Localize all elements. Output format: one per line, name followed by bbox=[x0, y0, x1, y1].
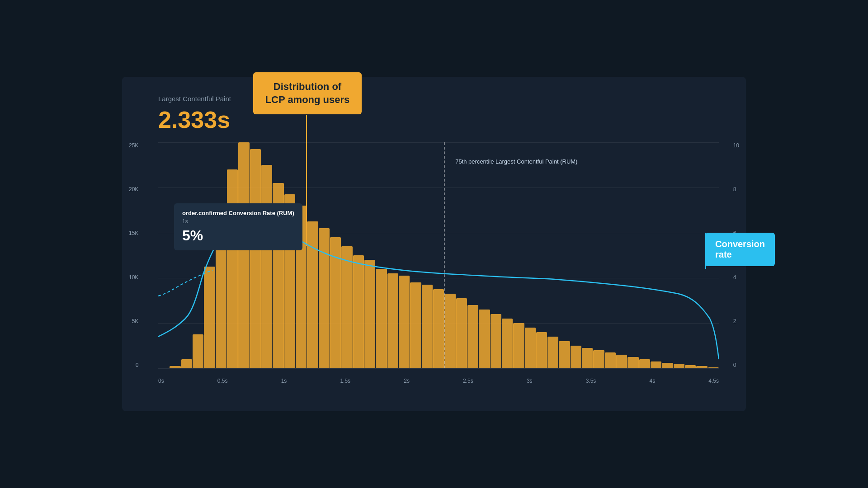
chart-container: Largest Contentful Paint 2.333s Distribu… bbox=[122, 77, 746, 411]
x-0s: 0s bbox=[158, 378, 164, 384]
bar-18 bbox=[364, 260, 375, 368]
y-left-25k: 25K bbox=[129, 142, 138, 149]
bar-17 bbox=[353, 255, 364, 368]
bar-25 bbox=[444, 294, 455, 368]
bar-16 bbox=[341, 246, 352, 368]
bar-30 bbox=[502, 319, 513, 368]
bar-21 bbox=[399, 276, 410, 368]
bar-45 bbox=[674, 364, 684, 368]
conversion-rate-label: Conversion rate bbox=[715, 239, 765, 259]
bar-46 bbox=[685, 365, 696, 369]
bar-6 bbox=[227, 169, 238, 368]
bar-13 bbox=[307, 221, 318, 368]
bar-24 bbox=[433, 289, 444, 368]
x-0.5s: 0.5s bbox=[217, 378, 228, 384]
bar-2 bbox=[181, 359, 192, 368]
bar-43 bbox=[651, 361, 661, 368]
conversion-rate-tooltip-line bbox=[705, 233, 706, 269]
y-left-5k: 5K bbox=[132, 318, 139, 324]
bar-3 bbox=[193, 334, 203, 368]
x-1.5s: 1.5s bbox=[340, 378, 350, 384]
bars-container bbox=[158, 142, 719, 368]
bar-1 bbox=[170, 366, 180, 368]
hover-tooltip: order.confirmed Conversion Rate (RUM) 1s… bbox=[174, 203, 302, 250]
bar-7 bbox=[238, 142, 249, 368]
hover-tooltip-value: 5% bbox=[182, 227, 294, 244]
bar-20 bbox=[387, 273, 398, 368]
x-4s: 4s bbox=[650, 378, 656, 384]
grid-line-5 bbox=[158, 368, 719, 369]
tooltip-distribution: Distribution of LCP among users bbox=[253, 72, 362, 114]
bar-23 bbox=[422, 285, 433, 368]
y-right-2: 2 bbox=[733, 318, 736, 324]
bar-42 bbox=[639, 359, 650, 368]
bar-19 bbox=[376, 269, 387, 368]
bar-9 bbox=[261, 165, 272, 368]
x-4.5s: 4.5s bbox=[708, 378, 719, 384]
bar-38 bbox=[593, 350, 604, 368]
y-left-0: 0 bbox=[136, 362, 139, 368]
bar-47 bbox=[696, 366, 707, 368]
bar-8 bbox=[250, 149, 261, 368]
bar-44 bbox=[662, 363, 673, 369]
y-axis-left: 25K 20K 15K 10K 5K 0 bbox=[129, 142, 138, 368]
bar-15 bbox=[330, 237, 341, 368]
bar-14 bbox=[319, 228, 330, 368]
tooltip-distribution-text: Distribution of LCP among users bbox=[263, 80, 352, 106]
hover-tooltip-title: order.confirmed Conversion Rate (RUM) bbox=[182, 210, 294, 216]
percentile-label: 75th percentile Largest Contentful Paint… bbox=[455, 158, 577, 165]
x-3s: 3s bbox=[527, 378, 533, 384]
bar-41 bbox=[627, 357, 638, 368]
y-left-10k: 10K bbox=[129, 274, 138, 281]
bar-35 bbox=[559, 341, 570, 368]
chart-title: Largest Contentful Paint bbox=[158, 95, 719, 103]
y-right-10: 10 bbox=[733, 142, 739, 149]
conversion-rate-tooltip-box: Conversion rate bbox=[705, 233, 775, 266]
x-1s: 1s bbox=[281, 378, 287, 384]
x-axis: 0s 0.5s 1s 1.5s 2s 2.5s 3s 3.5s 4s 4.5s bbox=[158, 378, 719, 384]
bar-22 bbox=[410, 282, 421, 368]
bar-27 bbox=[467, 305, 478, 368]
chart-value: 2.333s bbox=[158, 106, 719, 133]
bar-48 bbox=[708, 367, 719, 369]
bar-33 bbox=[536, 332, 547, 368]
y-left-20k: 20K bbox=[129, 186, 138, 192]
bar-34 bbox=[547, 337, 558, 368]
bar-28 bbox=[479, 310, 490, 368]
bar-31 bbox=[513, 323, 524, 368]
y-left-15k: 15K bbox=[129, 230, 138, 236]
percentile-line bbox=[444, 142, 445, 368]
bar-36 bbox=[571, 346, 581, 368]
y-right-8: 8 bbox=[733, 186, 736, 192]
x-2s: 2s bbox=[404, 378, 410, 384]
bar-39 bbox=[605, 352, 616, 368]
x-3.5s: 3.5s bbox=[586, 378, 596, 384]
y-right-0: 0 bbox=[733, 362, 736, 368]
y-right-4: 4 bbox=[733, 274, 736, 281]
bar-37 bbox=[582, 348, 593, 368]
bar-26 bbox=[456, 298, 467, 368]
bar-29 bbox=[491, 314, 501, 368]
bar-40 bbox=[616, 355, 627, 368]
bar-4 bbox=[204, 267, 215, 368]
hover-tooltip-sub: 1s bbox=[182, 218, 294, 225]
chart-area: 25K 20K 15K 10K 5K 0 10 8 6 4 2 0 bbox=[158, 142, 719, 368]
bar-32 bbox=[525, 328, 536, 368]
x-2.5s: 2.5s bbox=[463, 378, 473, 384]
